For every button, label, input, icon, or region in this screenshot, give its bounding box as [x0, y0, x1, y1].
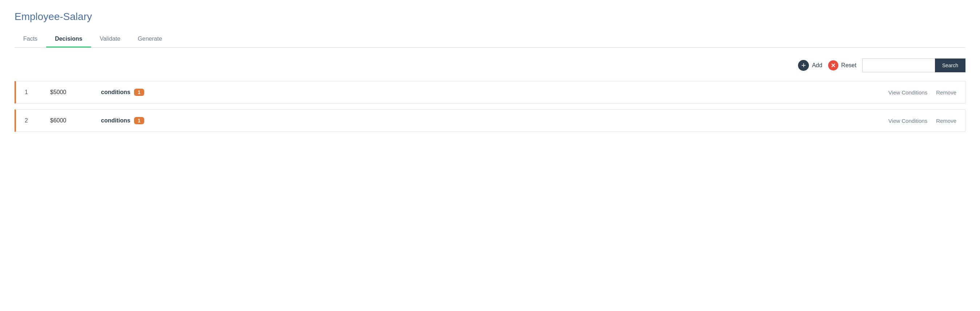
conditions-area: conditions 1 [101, 117, 874, 124]
remove-button[interactable]: Remove [936, 118, 956, 124]
toolbar: + Add ✕ Reset Search [14, 59, 966, 72]
row-value: $6000 [50, 117, 86, 124]
tab-validate[interactable]: Validate [91, 31, 129, 48]
conditions-label: conditions [101, 117, 130, 124]
row-actions: View Conditions Remove [888, 89, 956, 96]
page-title: Employee-Salary [14, 11, 966, 22]
row-actions: View Conditions Remove [888, 118, 956, 124]
add-label: Add [812, 62, 822, 69]
view-conditions-button[interactable]: View Conditions [888, 118, 928, 124]
tab-generate[interactable]: Generate [129, 31, 171, 48]
conditions-badge: 1 [134, 89, 144, 96]
view-conditions-button[interactable]: View Conditions [888, 89, 928, 96]
tab-facts[interactable]: Facts [14, 31, 46, 48]
decisions-list: 1 $5000 conditions 1 View Conditions Rem… [14, 81, 966, 132]
tabs-nav: Facts Decisions Validate Generate [14, 31, 966, 48]
table-row: 1 $5000 conditions 1 View Conditions Rem… [14, 81, 966, 104]
search-input[interactable] [862, 59, 935, 72]
row-value: $5000 [50, 89, 86, 96]
conditions-area: conditions 1 [101, 89, 874, 96]
add-icon: + [798, 60, 809, 71]
table-row: 2 $6000 conditions 1 View Conditions Rem… [14, 109, 966, 132]
conditions-label: conditions [101, 89, 130, 96]
reset-button[interactable]: ✕ Reset [828, 60, 856, 70]
reset-icon: ✕ [828, 60, 838, 70]
row-number: 1 [25, 89, 36, 96]
search-button[interactable]: Search [935, 59, 966, 72]
add-button[interactable]: + Add [798, 60, 822, 71]
conditions-badge: 1 [134, 117, 144, 124]
remove-button[interactable]: Remove [936, 89, 956, 96]
search-container: Search [862, 59, 966, 72]
reset-label: Reset [841, 62, 856, 69]
tab-decisions[interactable]: Decisions [46, 31, 91, 48]
row-number: 2 [25, 117, 36, 124]
